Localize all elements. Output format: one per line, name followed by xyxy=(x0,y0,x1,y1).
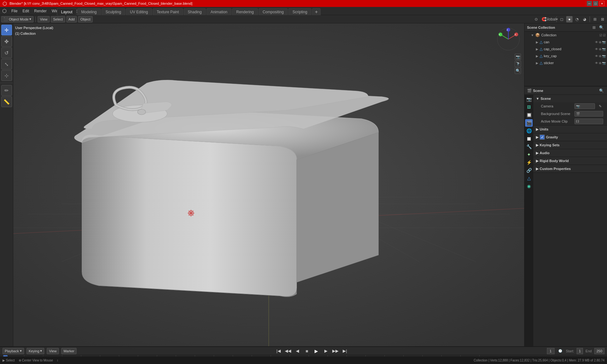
annotate-tool[interactable]: ✏ xyxy=(1,85,12,96)
global-local-btn[interactable]: Global ▾ xyxy=(548,16,555,22)
step-back-btn[interactable]: ◀ xyxy=(294,348,301,355)
tab-animation[interactable]: Animation xyxy=(206,8,231,15)
minimize-button[interactable]: ─ xyxy=(587,1,592,6)
prop-icon-view-layer[interactable]: 🔲 xyxy=(525,111,533,119)
outliner-item-can[interactable]: ▶ △ can 👁 ⊕ 📷 xyxy=(524,39,607,46)
object-mode-dropdown[interactable]: ⬛ Object Mode ▾ xyxy=(1,16,34,22)
prop-icon-modifier[interactable]: 🔧 xyxy=(525,143,533,150)
prop-icon-render[interactable]: 📷 xyxy=(525,95,533,103)
close-button[interactable]: ✕ xyxy=(599,1,604,6)
maximize-button[interactable]: □ xyxy=(593,1,598,6)
cursor-icon[interactable]: ⊕ xyxy=(599,47,601,51)
prop-icon-output[interactable]: 🖼 xyxy=(525,103,533,111)
tab-rendering[interactable]: Rendering xyxy=(232,8,258,15)
tab-uv-editing[interactable]: UV Editing xyxy=(126,8,152,15)
audio-section-header[interactable]: ▶ Audio xyxy=(533,149,607,157)
vis-icon[interactable]: 👁 xyxy=(595,61,598,65)
transform-tool[interactable]: ⊹ xyxy=(1,70,12,81)
bg-scene-value[interactable]: 🎬 xyxy=(574,111,603,117)
play-btn[interactable]: ▶ xyxy=(313,348,320,355)
prev-keyframe-btn[interactable]: ◀◀ xyxy=(285,348,291,355)
move-tool[interactable]: ✤ xyxy=(1,36,12,47)
outliner-item-sticker[interactable]: ▶ △ sticker 👁 ⊕ 📷 xyxy=(524,59,607,66)
stop-btn[interactable]: ■ xyxy=(304,348,310,355)
end-frame-input[interactable]: 250 xyxy=(594,348,604,354)
properties-search-btn[interactable]: 🔍 xyxy=(598,88,604,94)
outliner-filter-btn[interactable]: ⊞ xyxy=(591,24,597,31)
tab-add[interactable]: + xyxy=(312,8,321,15)
tab-layout[interactable]: Layout xyxy=(57,8,77,15)
tab-texture-paint[interactable]: Texture Paint xyxy=(153,8,183,15)
camera-value[interactable]: 📷 xyxy=(574,103,595,109)
vis-icon[interactable]: 👁 xyxy=(595,40,598,44)
rigid-body-world-header[interactable]: ▶ Rigid Body World xyxy=(533,157,607,165)
viewport[interactable]: User Perspective (Local) (1) Collection … xyxy=(13,23,524,346)
units-section-header[interactable]: ▶ Units xyxy=(533,125,607,133)
outliner-item-collection[interactable]: ▼ 📦 Collection ☑ ☑ xyxy=(524,32,607,39)
timeline-view-menu[interactable]: View xyxy=(47,348,59,354)
edit-menu[interactable]: Edit xyxy=(20,7,32,15)
render-icon[interactable]: ☑ xyxy=(603,33,606,37)
tab-sculpting[interactable]: Sculpting xyxy=(101,8,125,15)
playback-menu[interactable]: Playback ▾ xyxy=(3,348,24,354)
prop-icon-material[interactable]: ◉ xyxy=(525,182,533,190)
cursor-tool[interactable]: ✛ xyxy=(1,25,12,35)
outliner-search-btn[interactable]: 🔍 xyxy=(598,24,604,31)
prop-icon-data[interactable]: △ xyxy=(525,174,533,182)
viewport-shading-render[interactable]: ◕ xyxy=(581,16,588,22)
tab-scripting[interactable]: Scripting xyxy=(288,8,311,15)
start-frame-input[interactable]: 1 xyxy=(577,348,583,354)
proportional-editing-btn[interactable]: ⊙ xyxy=(533,16,539,22)
cursor-icon[interactable]: ⊕ xyxy=(599,61,601,65)
marker-menu[interactable]: Marker xyxy=(61,348,77,354)
object-dropdown[interactable]: Object xyxy=(78,16,93,22)
next-keyframe-btn[interactable]: ▶▶ xyxy=(332,348,339,355)
add-dropdown[interactable]: Add xyxy=(66,16,77,22)
jump-end-btn[interactable]: ▶| xyxy=(341,348,348,355)
prop-icon-constraint[interactable]: 🔗 xyxy=(525,167,533,174)
prop-icon-physics[interactable]: ⚡ xyxy=(525,159,533,166)
camera-edit-btn[interactable]: ✎ xyxy=(597,103,603,109)
step-forward-btn[interactable]: ▶ xyxy=(322,348,329,355)
blender-menu-logo[interactable]: ⬡ xyxy=(0,7,9,15)
xray-toggle[interactable]: ⊞ xyxy=(592,16,598,22)
camera-view-btn[interactable]: 📷 xyxy=(515,54,521,60)
scene-section-header[interactable]: ▼ Scene xyxy=(533,95,607,102)
select-dropdown[interactable]: Select xyxy=(51,16,65,22)
file-menu[interactable]: File xyxy=(9,7,20,15)
visibility-icon[interactable]: ☑ xyxy=(599,33,602,37)
cursor-icon[interactable]: ⊕ xyxy=(599,54,601,58)
render-vis-icon[interactable]: 📷 xyxy=(602,61,606,65)
movie-clip-value[interactable]: 🎞 xyxy=(574,118,603,124)
cursor-icon[interactable]: ⊕ xyxy=(599,40,601,44)
gravity-checkbox[interactable]: ✓ xyxy=(540,135,545,140)
gravity-section-header[interactable]: ▶ ✓ Gravity xyxy=(533,133,607,141)
keying-sets-header[interactable]: ▶ Keying Sets xyxy=(533,141,607,149)
perspective-toggle-btn[interactable]: 🔭 xyxy=(515,61,521,67)
tab-shading[interactable]: Shading xyxy=(184,8,206,15)
current-frame-input[interactable]: 1 xyxy=(547,348,555,354)
viewport-shading-solid[interactable]: ● xyxy=(566,16,573,22)
local-view-btn[interactable]: 🔍 xyxy=(515,68,521,74)
viewport-shading-wire[interactable]: ◻ xyxy=(559,16,565,22)
tab-modeling[interactable]: Modeling xyxy=(77,8,101,15)
vis-icon[interactable]: 👁 xyxy=(595,47,598,51)
render-vis-icon[interactable]: 📷 xyxy=(602,54,606,58)
outliner-item-cap-closed[interactable]: ▶ △ cap_closed 👁 ⊕ 📷 xyxy=(524,46,607,52)
tab-compositing[interactable]: Compositing xyxy=(259,8,288,15)
prop-icon-object[interactable]: ⬜ xyxy=(525,135,533,143)
render-menu[interactable]: Render xyxy=(32,7,49,15)
navigation-gizmo[interactable]: X Y Z xyxy=(496,27,521,52)
viewport-shading-material[interactable]: ◔ xyxy=(574,16,580,22)
overlay-toggle[interactable]: ⊠ xyxy=(599,16,606,22)
rotate-tool[interactable]: ↺ xyxy=(1,47,12,58)
outliner-content[interactable]: ▼ 📦 Collection ☑ ☑ ▶ △ can 👁 ⊕ 📷 xyxy=(524,32,607,86)
prop-icon-particles[interactable]: ✦ xyxy=(525,151,533,158)
measure-tool[interactable]: 📏 xyxy=(1,96,12,107)
render-vis-icon[interactable]: 📷 xyxy=(602,47,606,51)
jump-start-btn[interactable]: |◀ xyxy=(275,348,282,355)
prop-icon-scene[interactable]: 🎬 xyxy=(525,119,533,127)
view-dropdown[interactable]: View xyxy=(38,16,50,22)
custom-properties-header[interactable]: ▶ Custom Properties xyxy=(533,165,607,173)
vis-icon[interactable]: 👁 xyxy=(595,54,598,58)
